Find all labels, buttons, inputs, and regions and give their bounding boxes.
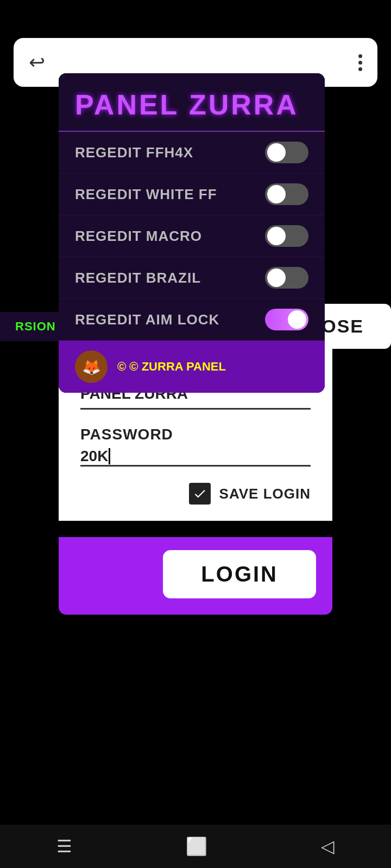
toggle-aimlock[interactable] — [265, 309, 308, 330]
panel-header: PANEL ZURRA — [59, 73, 325, 132]
toggle-label-ffh4x: REGEDIT FFH4X — [75, 144, 193, 161]
toggle-label-macro: REGEDIT MACRO — [75, 228, 202, 245]
login-button[interactable]: LOGIN — [163, 550, 316, 598]
panel-footer: 🦊 © © ZURRA PANEL — [59, 341, 325, 393]
toggle-row-aimlock: REGEDIT AIM LOCK — [59, 299, 325, 341]
password-value: 20K — [80, 448, 108, 465]
toggle-brazil[interactable] — [265, 267, 308, 289]
bottom-nav: ☰ ⬜ ◁ — [0, 825, 391, 868]
panel-title: PANEL ZURRA — [75, 88, 308, 121]
back-icon[interactable]: ↩ — [29, 51, 45, 74]
save-login-label: SAVE LOGIN — [219, 486, 311, 502]
toggle-label-brazil: REGEDIT BRAZIL — [75, 270, 201, 286]
checkmark-icon — [193, 487, 207, 501]
toggle-row-brazil: REGEDIT BRAZIL — [59, 257, 325, 299]
toggle-row-ffh4x: REGEDIT FFH4X — [59, 132, 325, 174]
login-button-area: LOGIN — [59, 537, 332, 615]
toggle-row-whiteff: REGEDIT WHITE FF — [59, 174, 325, 215]
brand-name: © ZURRA PANEL — [129, 360, 226, 373]
cursor-blink — [109, 448, 110, 464]
avatar-emoji: 🦊 — [82, 358, 101, 376]
toggle-ffh4x[interactable] — [265, 142, 308, 163]
save-login-checkbox[interactable] — [189, 483, 211, 505]
panel-card: PANEL ZURRA REGEDIT FFH4X REGEDIT WHITE … — [59, 73, 325, 393]
avatar: 🦊 — [75, 350, 108, 383]
toggle-label-aimlock: REGEDIT AIM LOCK — [75, 311, 219, 328]
copyright-symbol: © — [117, 360, 126, 373]
nav-back-icon[interactable]: ◁ — [321, 836, 335, 857]
toggle-label-whiteff: REGEDIT WHITE FF — [75, 186, 217, 203]
copyright-text: © © ZURRA PANEL — [117, 360, 226, 374]
nav-menu-icon[interactable]: ☰ — [56, 836, 72, 857]
toggle-row-macro: REGEDIT MACRO — [59, 215, 325, 257]
toggle-whiteff[interactable] — [265, 183, 308, 205]
save-login-row: SAVE LOGIN — [80, 483, 311, 505]
password-label: PASSWORD — [80, 426, 311, 443]
toggle-list: REGEDIT FFH4X REGEDIT WHITE FF REGEDIT M… — [59, 132, 325, 341]
nav-home-icon[interactable]: ⬜ — [186, 836, 207, 857]
more-options-icon[interactable] — [358, 54, 362, 71]
toggle-macro[interactable] — [265, 225, 308, 247]
